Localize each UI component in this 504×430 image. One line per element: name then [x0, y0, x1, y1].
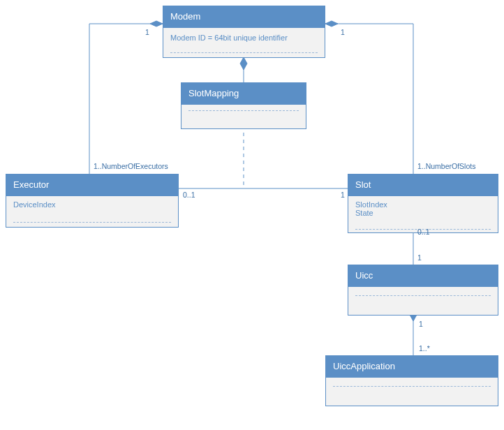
class-modem-title: Modem [163, 6, 325, 28]
class-slot: Slot SlotIndex State [348, 174, 498, 233]
mult-modem-slot-bot: 1..NumberOfSlots [417, 162, 475, 170]
mult-modem-exec-top: 1 [145, 28, 149, 36]
class-modem-attr: Modem ID = 64bit unique identifier [170, 34, 318, 42]
class-slot-title: Slot [348, 175, 498, 196]
class-executor-attr: DeviceIndex [13, 200, 171, 209]
diagram-canvas: Modem Modem ID = 64bit unique identifier… [0, 0, 504, 430]
class-slot-attr2: State [355, 209, 491, 217]
mult-modem-slot-top: 1 [341, 28, 345, 36]
svg-marker-2 [240, 57, 247, 70]
mult-modem-exec-bot: 1..NumberOfExecutors [94, 162, 168, 170]
mult-slot-uicc-bot: 1 [417, 253, 422, 262]
class-uicc: Uicc [348, 265, 498, 316]
mult-exec-slot-right: 1 [341, 191, 345, 199]
class-modem: Modem Modem ID = 64bit unique identifier [163, 6, 325, 58]
svg-marker-1 [325, 21, 338, 27]
class-uiccapp-title: UiccApplication [326, 356, 498, 378]
mult-uicc-app-bot: 1..* [419, 344, 430, 353]
mult-slot-uicc-top: 0..1 [417, 228, 430, 236]
class-uiccapp: UiccApplication [325, 355, 498, 406]
class-slot-attr1: SlotIndex [355, 200, 491, 209]
class-slotmapping-title: SlotMapping [181, 83, 306, 105]
class-executor: Executor DeviceIndex [6, 174, 179, 228]
mult-exec-slot-left: 0..1 [183, 191, 195, 199]
class-uicc-title: Uicc [348, 265, 498, 287]
svg-marker-0 [150, 21, 163, 27]
class-slotmapping: SlotMapping [181, 82, 306, 129]
class-executor-title: Executor [6, 175, 178, 196]
mult-uicc-app-top: 1 [419, 320, 423, 328]
